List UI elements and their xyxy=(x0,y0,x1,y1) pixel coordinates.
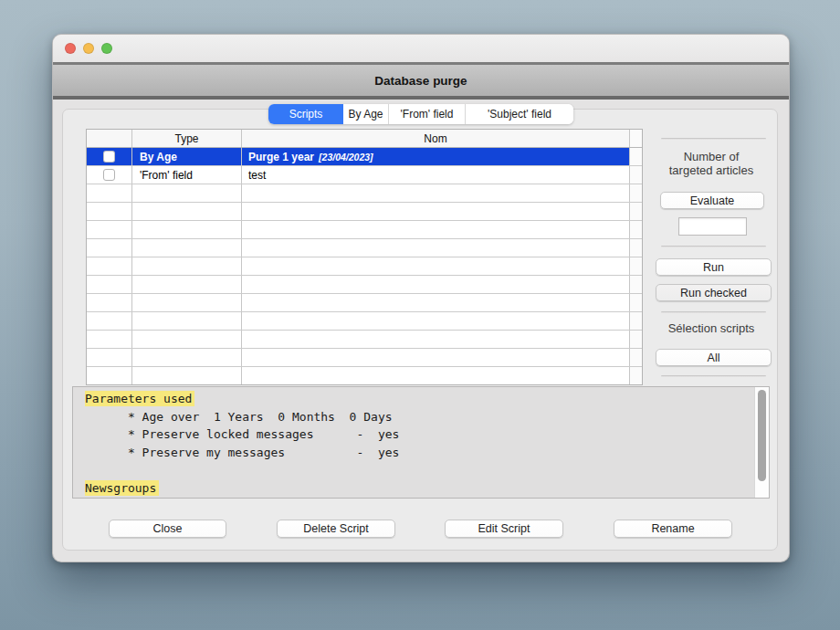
table-row[interactable]: By AgePurge 1 year[23/04/2023] xyxy=(87,148,642,166)
tab-subject-field[interactable]: 'Subject' field xyxy=(466,104,573,124)
edit-script-button[interactable]: Edit Script xyxy=(445,520,563,538)
table-scrollbar-track xyxy=(629,367,642,384)
type-cell xyxy=(132,331,242,348)
divider xyxy=(53,96,789,100)
empty-table-row[interactable] xyxy=(87,349,642,367)
zoom-window-button[interactable] xyxy=(101,43,112,54)
tab-scripts[interactable]: Scripts xyxy=(268,104,343,124)
table-scrollbar-track xyxy=(629,349,642,366)
type-cell xyxy=(132,367,242,384)
rename-button[interactable]: Rename xyxy=(614,520,732,538)
detail-line: * Preserve my messages - yes xyxy=(85,444,754,462)
table-scrollbar-track xyxy=(629,276,642,293)
evaluate-button[interactable]: Evaluate xyxy=(660,192,764,209)
minimize-window-button[interactable] xyxy=(83,43,94,54)
nom-cell xyxy=(242,367,629,384)
nom-cell xyxy=(242,184,629,202)
empty-table-row[interactable] xyxy=(87,276,642,294)
checkbox-column-header xyxy=(87,130,132,147)
table-scrollbar-track xyxy=(629,203,642,220)
empty-table-row[interactable] xyxy=(87,221,642,239)
empty-table-row[interactable] xyxy=(87,294,642,312)
table-scrollbar-track xyxy=(629,148,642,165)
row-checkbox[interactable] xyxy=(103,151,115,163)
nom-cell xyxy=(242,331,629,348)
type-cell xyxy=(132,239,242,257)
nom-cell xyxy=(242,257,629,275)
nom-column-header: Nom xyxy=(242,130,629,147)
nom-cell xyxy=(242,221,629,238)
divider xyxy=(661,246,766,247)
type-cell xyxy=(132,349,242,366)
evaluate-result-field[interactable] xyxy=(678,217,747,236)
empty-table-row[interactable] xyxy=(87,331,642,349)
divider xyxy=(661,311,766,313)
checkbox-cell xyxy=(87,257,132,275)
empty-table-row[interactable] xyxy=(87,203,642,221)
empty-table-row[interactable] xyxy=(87,257,642,276)
titlebar[interactable] xyxy=(53,35,789,62)
checkbox-cell xyxy=(87,239,132,257)
type-cell xyxy=(132,184,242,202)
detail-line: * Age over 1 Years 0 Months 0 Days xyxy=(85,408,754,426)
scripts-table[interactable]: TypeNomBy AgePurge 1 year[23/04/2023]'Fr… xyxy=(86,129,643,385)
detail-line: *** All subscribed groups *** xyxy=(85,497,754,498)
type-cell xyxy=(132,276,242,293)
nom-cell xyxy=(242,239,629,257)
run-button[interactable]: Run xyxy=(656,258,772,276)
scrollbar[interactable] xyxy=(754,387,769,498)
empty-table-row[interactable] xyxy=(87,367,642,385)
checkbox-cell xyxy=(87,367,132,384)
nom-cell xyxy=(242,203,629,220)
nom-cell xyxy=(242,276,629,293)
divider xyxy=(661,138,766,140)
window-header-band: Database purge xyxy=(53,65,789,96)
close-window-button[interactable] xyxy=(65,43,76,54)
table-scrollbar-track xyxy=(629,257,642,275)
table-scrollbar-header xyxy=(629,130,642,147)
checkbox-cell xyxy=(87,276,132,293)
divider xyxy=(661,375,766,377)
page-title: Database purge xyxy=(374,74,467,88)
table-scrollbar-track xyxy=(629,239,642,257)
type-cell: 'From' field xyxy=(132,166,242,184)
tab-from-field[interactable]: 'From' field xyxy=(389,104,466,124)
type-cell xyxy=(132,294,242,311)
empty-table-row[interactable] xyxy=(87,239,642,257)
scrollbar-thumb[interactable] xyxy=(758,390,766,481)
checkbox-cell xyxy=(87,349,132,366)
run-checked-button[interactable]: Run checked xyxy=(656,284,772,301)
delete-script-button[interactable]: Delete Script xyxy=(277,520,395,538)
detail-line: * Preserve locked messages - yes xyxy=(85,425,754,444)
script-name: Purge 1 year xyxy=(248,151,314,163)
nom-cell xyxy=(242,312,629,330)
close-button[interactable]: Close xyxy=(109,520,226,538)
type-cell xyxy=(132,221,242,238)
table-header-row: TypeNom xyxy=(87,130,642,148)
empty-table-row[interactable] xyxy=(87,184,642,203)
table-row[interactable]: 'From' fieldtest xyxy=(87,166,642,184)
nom-cell: test xyxy=(242,166,629,184)
checkbox-cell xyxy=(87,166,132,184)
tab-by-age[interactable]: By Age xyxy=(343,104,389,124)
type-cell xyxy=(132,312,242,330)
targeted-articles-line1: Number of xyxy=(684,150,740,163)
traffic-lights xyxy=(65,43,112,54)
checkbox-cell xyxy=(87,312,132,330)
empty-table-row[interactable] xyxy=(87,312,642,331)
nom-cell xyxy=(242,294,629,311)
script-details-panel[interactable]: Parameters used * Age over 1 Years 0 Mon… xyxy=(72,386,770,499)
highlighted-line: Parameters used xyxy=(85,390,754,408)
script-name: test xyxy=(248,169,266,182)
checkbox-cell xyxy=(87,203,132,220)
database-purge-window: Database purge ScriptsBy Age'From' field… xyxy=(52,34,790,562)
detail-line xyxy=(85,461,754,479)
table-scrollbar-track xyxy=(629,184,642,202)
type-cell xyxy=(132,257,242,275)
select-all-button[interactable]: All xyxy=(656,349,772,366)
table-scrollbar-track xyxy=(629,331,642,348)
script-details-text: Parameters used * Age over 1 Years 0 Mon… xyxy=(73,390,754,498)
row-checkbox[interactable] xyxy=(103,169,115,181)
nom-cell: Purge 1 year[23/04/2023] xyxy=(242,148,629,165)
checkbox-cell xyxy=(87,331,132,348)
